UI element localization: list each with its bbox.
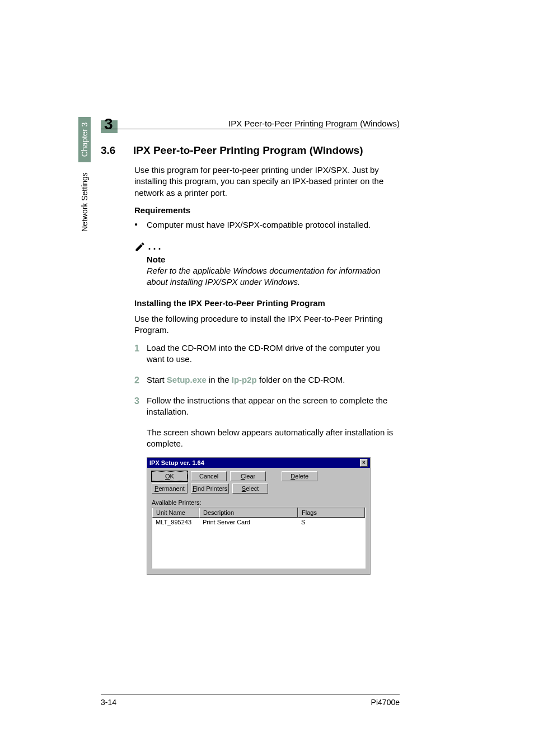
running-header: IPX Peer-to-Peer Printing Program (Windo… xyxy=(228,119,400,128)
step-number: 3 xyxy=(134,395,147,418)
note-dots: ... xyxy=(148,241,163,252)
step-text-frag: Start xyxy=(147,375,167,384)
side-tab: Network Settings Chapter 3 xyxy=(78,117,91,235)
step-2: 2 Start Setup.exe in the Ip-p2p folder o… xyxy=(134,374,400,387)
cell-desc: Print Server Card xyxy=(199,518,298,526)
step-text-frag: folder on the CD-ROM. xyxy=(257,375,345,384)
permanent-button[interactable]: Permanent xyxy=(152,483,188,494)
col-unit-name[interactable]: Unit Name xyxy=(152,508,199,518)
section-number: 3.6 xyxy=(101,144,133,157)
clear-button[interactable]: Clear xyxy=(230,471,266,481)
note-block: ... Note Refer to the applicable Windows… xyxy=(134,241,400,288)
keyword-setupexe: Setup.exe xyxy=(167,375,207,384)
section-title: IPX Peer-to-Peer Printing Program (Windo… xyxy=(133,144,363,156)
intro-paragraph: Use this program for peer-to-peer printi… xyxy=(134,165,400,199)
available-printers-label: Available Printers: xyxy=(152,499,366,506)
col-flags[interactable]: Flags xyxy=(298,508,365,518)
printers-listview[interactable]: Unit Name Description Flags MLT_995243 P… xyxy=(152,507,366,569)
find-printers-button[interactable]: Find Printers xyxy=(191,483,229,494)
header-rule xyxy=(101,129,400,129)
requirements-heading: Requirements xyxy=(134,205,400,215)
footer-rule xyxy=(101,694,400,694)
chapter-number: 3 xyxy=(104,115,113,133)
section-heading: 3.6IPX Peer-to-Peer Printing Program (Wi… xyxy=(101,144,400,157)
step-text: Load the CD-ROM into the CD-ROM drive of… xyxy=(147,342,400,365)
dialog-titlebar: IPX Setup ver. 1.64 × xyxy=(147,458,370,468)
note-label: Note xyxy=(147,255,400,264)
list-item[interactable]: MLT_995243 Print Server Card S xyxy=(152,518,365,526)
listview-header: Unit Name Description Flags xyxy=(152,508,365,518)
pencil-icon xyxy=(134,241,146,252)
requirement-item: Computer must have IPX/SPX-compatible pr… xyxy=(134,219,400,231)
dialog-title: IPX Setup ver. 1.64 xyxy=(149,459,360,466)
step-number: 1 xyxy=(134,342,147,365)
install-heading: Installing the IPX Peer-to-Peer Printing… xyxy=(134,298,400,308)
cell-unit: MLT_995243 xyxy=(152,518,199,526)
ok-button[interactable]: OK xyxy=(152,471,188,481)
select-button[interactable]: Select xyxy=(232,483,268,494)
product-name: Pi4700e xyxy=(371,698,400,707)
ordered-steps: 1 Load the CD-ROM into the CD-ROM drive … xyxy=(134,342,400,418)
cell-flags: S xyxy=(298,518,365,526)
side-tab-section: Network Settings xyxy=(78,169,91,235)
col-description[interactable]: Description xyxy=(199,508,298,518)
install-intro: Use the following procedure to install t… xyxy=(134,313,400,336)
step-text: Start Setup.exe in the Ip-p2p folder on … xyxy=(147,374,400,387)
step-3: 3 Follow the instructions that appear on… xyxy=(134,395,400,418)
close-icon[interactable]: × xyxy=(360,459,368,467)
keyword-folder: Ip-p2p xyxy=(232,375,257,384)
step-text: Follow the instructions that appear on t… xyxy=(147,395,400,418)
step-followup: The screen shown below appears automatic… xyxy=(147,427,400,450)
note-body: Refer to the applicable Windows document… xyxy=(147,265,400,288)
side-tab-chapter: Chapter 3 xyxy=(78,117,91,162)
dialog-screenshot: IPX Setup ver. 1.64 × OK Cancel Clear De… xyxy=(147,457,371,575)
step-number: 2 xyxy=(134,374,147,387)
step-text-frag: in the xyxy=(207,375,232,384)
step-1: 1 Load the CD-ROM into the CD-ROM drive … xyxy=(134,342,400,365)
cancel-button[interactable]: Cancel xyxy=(191,471,227,481)
page-number: 3-14 xyxy=(101,698,116,707)
delete-button[interactable]: Delete xyxy=(282,471,317,481)
